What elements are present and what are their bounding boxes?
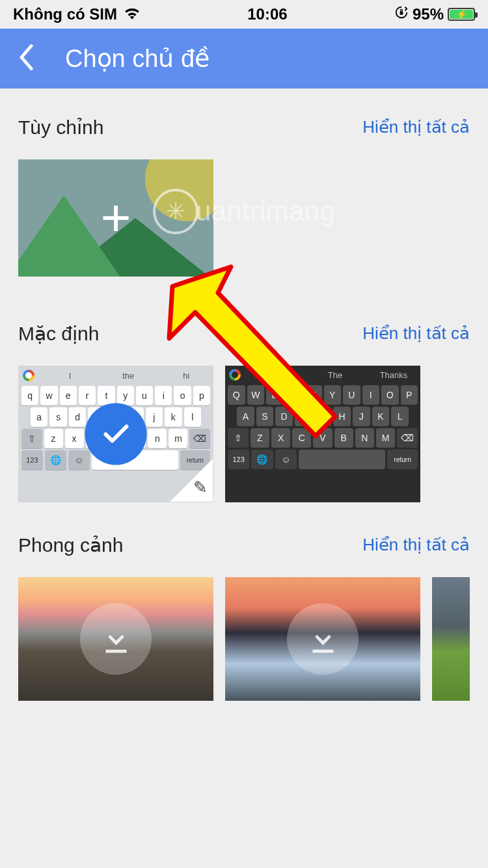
key: C (292, 428, 311, 448)
key: t (98, 386, 115, 405)
download-icon (287, 603, 359, 675)
backspace-key: ⌫ (397, 428, 418, 448)
charging-icon: ⚡ (456, 9, 467, 20)
key: m (169, 429, 187, 448)
status-right: 95% ⚡ (394, 5, 475, 23)
key: y (117, 386, 134, 405)
key: i (155, 386, 172, 405)
key: M (376, 428, 395, 448)
key: A (237, 407, 254, 426)
globe-key: 🌐 (45, 450, 66, 470)
key: L (391, 407, 409, 426)
status-bar: Không có SIM 10:06 95% ⚡ (0, 0, 488, 29)
section-landscape-showall[interactable]: Hiển thị tất cả (362, 535, 470, 555)
section-custom-title: Tùy chỉnh (18, 116, 103, 139)
section-default-title: Mặc định (18, 322, 99, 345)
emoji-key: ☺ (68, 450, 90, 470)
key: Y (324, 385, 342, 405)
num-key: 123 (228, 450, 249, 469)
section-default-showall[interactable]: Hiển thị tất cả (362, 323, 470, 344)
add-custom-theme-tile[interactable]: + (18, 159, 213, 277)
svg-rect-0 (400, 11, 403, 15)
landscape-row[interactable] (18, 577, 470, 707)
status-left: Không có SIM (13, 5, 141, 23)
globe-key: 🌐 (251, 450, 273, 469)
key: n (148, 429, 167, 448)
key: d (69, 407, 86, 427)
key: H (333, 407, 351, 426)
section-custom: Tùy chỉnh Hiển thị tất cả + (0, 88, 488, 277)
key: T (305, 385, 322, 405)
clock-text: 10:06 (247, 5, 287, 23)
key: F (295, 407, 312, 426)
suggestion-text: the (105, 371, 150, 381)
edit-icon[interactable]: ✎ (193, 478, 208, 498)
theme-dark-keyboard[interactable]: I The Thanks QWERTYUIOP ASDFGHJKL ⇧ ZXCV… (225, 366, 420, 502)
landscape-theme-2[interactable] (225, 577, 420, 701)
battery-icon: ⚡ (448, 8, 475, 21)
section-custom-showall[interactable]: Hiển thị tất cả (362, 117, 470, 137)
landscape-theme-1[interactable] (18, 577, 213, 701)
key: Z (251, 428, 269, 448)
google-icon (23, 370, 34, 381)
page-title: Chọn chủ đề (65, 44, 210, 73)
space-key (299, 450, 385, 469)
key: V (313, 428, 332, 448)
suggestion-text: The (312, 370, 358, 380)
battery-percent: 95% (413, 5, 444, 23)
key: u (136, 386, 153, 405)
section-landscape-title: Phong cảnh (18, 534, 123, 556)
key: s (49, 407, 66, 427)
key: J (353, 407, 370, 426)
emoji-key: ☺ (275, 450, 297, 469)
wifi-icon (124, 5, 141, 23)
key: D (275, 407, 293, 426)
key: o (174, 386, 191, 405)
key: U (343, 385, 360, 405)
suggestion-text: hi (164, 371, 209, 381)
suggestion-text: I (47, 371, 92, 381)
key: N (355, 428, 374, 448)
section-default: Mặc định Hiển thị tất cả I the hi qwerty… (0, 277, 488, 502)
key: p (193, 386, 210, 405)
google-icon (229, 369, 241, 381)
key: P (401, 385, 418, 405)
key: e (60, 386, 77, 405)
suggestion-text: Thanks (371, 370, 416, 380)
return-key: return (387, 450, 418, 469)
section-landscape: Phong cảnh Hiển thị tất cả (0, 502, 488, 707)
num-key: 123 (21, 450, 43, 470)
plus-icon: + (101, 192, 131, 244)
key: x (65, 429, 84, 448)
key: I (362, 385, 380, 405)
key: r (79, 386, 96, 405)
key: R (286, 385, 303, 405)
key: X (271, 428, 290, 448)
key: K (372, 407, 390, 426)
shift-key: ⇧ (21, 429, 42, 448)
key: O (381, 385, 399, 405)
key: Q (228, 385, 245, 405)
suggestion-text: I (254, 370, 299, 380)
key: q (21, 386, 38, 405)
key: k (165, 407, 182, 427)
header-bar: Chọn chủ đề (0, 29, 488, 88)
download-icon (80, 603, 152, 675)
orientation-lock-icon (394, 5, 409, 23)
backspace-key: ⌫ (189, 429, 210, 448)
carrier-text: Không có SIM (13, 5, 117, 23)
landscape-theme-3[interactable] (432, 577, 470, 701)
key: S (256, 407, 274, 426)
back-button[interactable] (18, 44, 34, 73)
key: l (184, 407, 201, 427)
shift-key: ⇧ (228, 428, 249, 448)
key: a (31, 407, 47, 427)
key: W (247, 385, 265, 405)
theme-light-keyboard[interactable]: I the hi qwertyuiop asdfghjkl ⇧ zxcvbnm … (18, 366, 213, 502)
key: z (44, 429, 63, 448)
key: w (40, 386, 57, 405)
key: B (334, 428, 353, 448)
key: G (314, 407, 332, 426)
key: j (146, 407, 163, 427)
selected-check-icon (85, 403, 147, 465)
